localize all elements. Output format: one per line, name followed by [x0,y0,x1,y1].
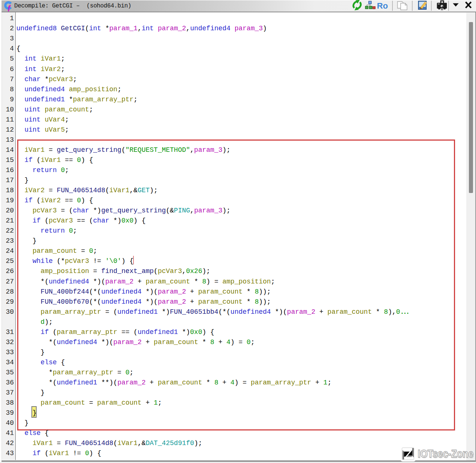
svg-text:Ro: Ro [377,1,388,10]
